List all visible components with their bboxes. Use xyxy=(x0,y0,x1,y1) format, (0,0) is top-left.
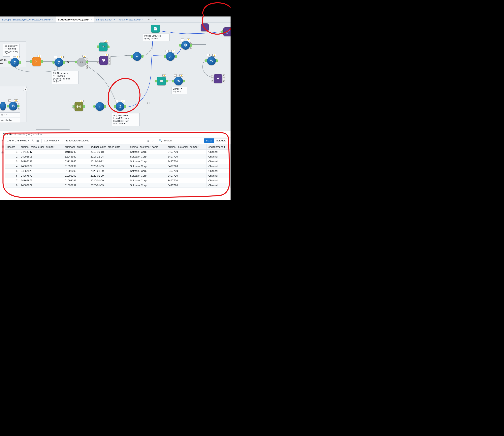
table-cell: 8497720 xyxy=(166,173,207,178)
table-cell: 24867879 xyxy=(19,183,63,188)
collapse-button[interactable]: ▲ xyxy=(23,87,28,91)
tab-bckup2[interactable]: BckUp2_BudgetaryProAndReactive.yxmd*× xyxy=(0,17,56,22)
column-header[interactable]: original_sales_order_date xyxy=(89,145,128,150)
arrow-down-icon[interactable]: ↓ xyxy=(98,139,100,142)
join-tool[interactable]: ✱ LRLJR xyxy=(99,56,108,65)
search-input[interactable] xyxy=(163,139,202,142)
table-cell: 2020-01-09 xyxy=(89,178,128,183)
summarize-tool[interactable]: Σ xyxy=(32,57,41,66)
close-icon[interactable]: × xyxy=(52,18,54,21)
results-table-wrap[interactable]: Recordoriginal_sales_order_numberpurchas… xyxy=(5,144,231,188)
snowflake-tool-2[interactable]: Q❄UD xyxy=(9,102,18,110)
column-header[interactable]: original_sales_order_number xyxy=(19,145,63,150)
table-row[interactable]: 824867879010932992020-01-09Softbank Corp… xyxy=(5,183,231,188)
append-tool[interactable] xyxy=(201,23,209,31)
column-header[interactable]: original_customer_name xyxy=(128,145,166,150)
column-header[interactable]: engagement_t xyxy=(207,145,231,150)
apply-icon[interactable]: ✓ xyxy=(152,139,154,142)
tab-budgetary-reactive[interactable]: BudgetaryReactive.yxwz*× xyxy=(56,17,94,22)
join-tool-2[interactable]: ✱LRLJR xyxy=(214,74,222,83)
column-header[interactable]: original_customer_number xyxy=(166,145,207,150)
column-header[interactable]: purchase_order xyxy=(63,145,89,150)
formula-tool-selected[interactable]: Q⚗ xyxy=(116,102,124,111)
annotation-gy: g] = 'Y' xyxy=(0,112,20,117)
table-row[interactable]: 224095805120439502017-12-04Softbank Corp… xyxy=(5,154,231,159)
table-cell: Channel xyxy=(207,183,231,188)
table-cell: 8497720 xyxy=(166,164,207,169)
toggle-data[interactable]: Data xyxy=(204,138,214,143)
file-icon: 📄 xyxy=(153,27,157,31)
table-cell: 1 xyxy=(5,150,19,154)
dynamic-tool[interactable]: ⚙⚙TS xyxy=(75,102,83,111)
table-row[interactable]: 524867879010932992020-01-09Softbank Corp… xyxy=(5,169,231,173)
close-icon[interactable]: × xyxy=(142,18,144,21)
table-row[interactable]: 724867879010932992020-01-09Softbank Corp… xyxy=(5,178,231,183)
fields-dropdown[interactable]: 178 of 178 Fields xyxy=(7,139,29,142)
table-cell: 5 xyxy=(5,169,19,173)
snowflake-tool[interactable]: Q❄UD xyxy=(181,41,190,50)
column-header[interactable]: Record xyxy=(5,145,19,150)
workflow-canvas[interactable]: ea_number = "'"+ToString ([ea_number]) +… xyxy=(0,22,231,131)
new-tab-button[interactable]: ＋ xyxy=(146,17,152,22)
table-cell: 01093299 xyxy=(63,178,89,183)
table-cell: Softbank Corp xyxy=(128,169,166,173)
table-cell: 2020-01-09 xyxy=(89,169,128,173)
close-icon[interactable]: × xyxy=(113,18,115,21)
edit-icon[interactable]: ✎ xyxy=(31,139,34,142)
table-cell: 24867879 xyxy=(19,178,63,183)
formula-tool[interactable]: Q⚗ xyxy=(10,58,19,67)
table-cell: 2020-01-09 xyxy=(89,164,128,169)
pilcrow-icon[interactable]: ¶ xyxy=(62,139,63,142)
table-cell: Channel xyxy=(207,164,231,169)
table-cell: 2018-03-12 xyxy=(89,159,128,164)
input-data-tool[interactable]: 📄 xyxy=(151,25,160,33)
canvas-scrollbar[interactable] xyxy=(36,129,70,130)
results-gutter: ≣ ▦ ⓘ xyxy=(0,137,5,200)
select-tool-2[interactable]: ✔ xyxy=(95,102,104,111)
table-row[interactable]: 124414747101810402018-10-18Softbank Corp… xyxy=(5,150,231,154)
macro-input-tool[interactable]: 📖 xyxy=(157,77,166,85)
table-cell: 8497720 xyxy=(166,150,207,154)
toggle-metadata[interactable]: Metadata xyxy=(214,138,228,143)
arrow-up-icon[interactable]: ↑ xyxy=(94,139,96,142)
formula-tool-2[interactable]: Q⚗ xyxy=(55,58,63,67)
dna-tool[interactable]: 🧬 xyxy=(223,27,231,36)
table-cell: Channel xyxy=(207,154,231,159)
python-tool[interactable]: ⚙ 12345 xyxy=(77,58,86,66)
cell-viewer-dropdown[interactable]: Cell Viewer xyxy=(44,139,59,142)
table-row[interactable]: 324197282031229452018-03-12Softbank Corp… xyxy=(5,159,231,164)
grid-icon[interactable]: ▦ xyxy=(1,145,4,148)
data-metadata-toggle[interactable]: Data Metadata xyxy=(204,138,229,143)
check-icon: ✔ xyxy=(136,55,139,58)
snowflake-icon: ❄ xyxy=(184,43,187,48)
table-cell: 8497720 xyxy=(166,154,207,159)
annotation-ea-number: ea_number = "'"+ToString ([ea_number]) +… xyxy=(3,44,20,57)
partial-tool[interactable] xyxy=(0,102,6,110)
formula-tool-4[interactable]: Q⚗ xyxy=(207,56,216,65)
label-hash2: #2 xyxy=(147,102,150,105)
table-cell: Softbank Corp xyxy=(128,173,166,178)
select-tool[interactable]: ✔ xyxy=(133,52,141,61)
table-cell: Channel xyxy=(207,173,231,178)
table-cell: 8 xyxy=(5,183,19,188)
python-icon: ⚙ xyxy=(80,60,83,64)
table-cell: 3 xyxy=(5,159,19,164)
table-cell: Channel xyxy=(207,150,231,154)
table-cell: 2020-01-09 xyxy=(89,173,128,178)
filter-tool[interactable]: Q△TF xyxy=(166,52,175,61)
label-hash1: #1 xyxy=(66,60,69,63)
close-icon[interactable]: × xyxy=(90,18,92,21)
list-icon[interactable]: ≣ xyxy=(1,139,4,142)
table-row[interactable]: 624867879010932992020-01-09Softbank Corp… xyxy=(5,173,231,178)
table-cell: Channel xyxy=(207,178,231,183)
tab-testinterface[interactable]: testinterface.yxwz*× xyxy=(117,17,146,22)
find-replace-tool[interactable]: 🔭 xyxy=(99,43,108,51)
tab-sample[interactable]: sample.yxmd*× xyxy=(94,17,117,22)
tab-overflow-button[interactable]: ⋯ xyxy=(152,17,158,22)
clear-icon[interactable]: ⊠ xyxy=(36,139,39,142)
formula-tool-3[interactable]: Q⚗ xyxy=(174,77,183,85)
cancel-icon[interactable]: ⊘ xyxy=(147,139,149,142)
snowflake-icon: ❄ xyxy=(11,103,15,109)
info-icon[interactable]: ⓘ xyxy=(1,151,4,154)
table-row[interactable]: 424867879010932992020-01-09Softbank Corp… xyxy=(5,164,231,169)
